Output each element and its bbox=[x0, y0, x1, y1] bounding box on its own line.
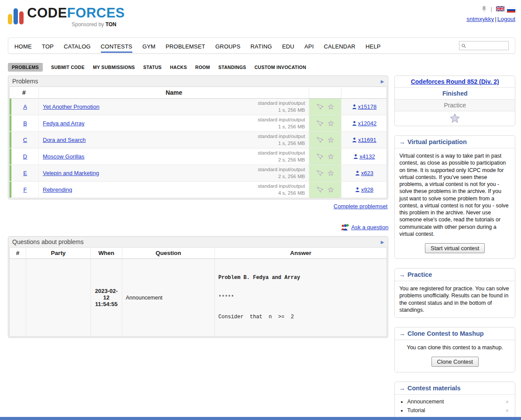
question-row: 2023-02-12 11:54:55 Announcement Problem… bbox=[10, 259, 387, 337]
contest-mode: Practice bbox=[395, 100, 515, 111]
search-input[interactable] bbox=[468, 43, 506, 49]
expand-arrow-icon[interactable]: ▶ bbox=[381, 79, 384, 84]
solved-count-link[interactable]: x11691 bbox=[358, 137, 376, 143]
problem-limits: standard input/output2 s, 256 MB bbox=[258, 166, 305, 180]
subnav-status[interactable]: STATUS bbox=[143, 65, 162, 70]
solved-count-link[interactable]: x928 bbox=[361, 186, 373, 193]
problem-index-link[interactable]: F bbox=[24, 186, 27, 193]
notifications-bell-icon[interactable] bbox=[481, 6, 487, 12]
submit-plane-icon[interactable] bbox=[317, 103, 324, 110]
page: CODEFORCES Sponsored by TON | bbox=[0, 0, 521, 420]
close-icon[interactable]: × bbox=[505, 399, 509, 405]
header-user-area: | bbox=[466, 3, 515, 22]
caption-arrow-icon: → bbox=[399, 330, 405, 337]
nav-item-top[interactable]: TOP bbox=[42, 39, 54, 53]
favorite-star-icon[interactable] bbox=[328, 120, 334, 127]
nav-item-catalog[interactable]: CATALOG bbox=[64, 39, 91, 53]
favorite-contest-star-icon[interactable] bbox=[449, 113, 460, 124]
clone-contest-button[interactable]: Clone Contest bbox=[431, 357, 479, 367]
solved-count-link[interactable]: x623 bbox=[361, 170, 373, 176]
problems-table-container: Problems ▶ # Name A Yet Another Prom bbox=[8, 76, 388, 200]
solved-count-link[interactable]: x12042 bbox=[358, 120, 377, 127]
favorite-star-icon[interactable] bbox=[328, 137, 334, 143]
practice-box: →Practice You are registered for practic… bbox=[394, 268, 515, 318]
contest-sub-nav: PROBLEMS SUBMIT CODE MY SUBMISSIONS STAT… bbox=[8, 63, 515, 72]
problem-name-link[interactable]: Moscow Gorillas bbox=[43, 153, 84, 160]
questions-header-row: # Party When Question Answer bbox=[10, 248, 387, 259]
nav-item-groups[interactable]: GROUPS bbox=[215, 39, 241, 53]
problem-index-link[interactable]: B bbox=[23, 120, 27, 127]
problem-name-link[interactable]: Velepin and Marketing bbox=[43, 170, 99, 176]
virtual-participation-text: Virtual contest is a way to take part in… bbox=[395, 148, 515, 241]
main-nav: HOME TOP CATALOG CONTESTS GYM PROBLEMSET… bbox=[8, 38, 515, 54]
nav-item-rating[interactable]: RATING bbox=[251, 39, 272, 53]
col-header-question: Question bbox=[122, 248, 215, 259]
problem-name-link[interactable]: Yet Another Promotion bbox=[43, 103, 100, 110]
problem-name-link[interactable]: Rebrending bbox=[43, 186, 72, 193]
nav-item-problemset[interactable]: PROBLEMSET bbox=[166, 39, 205, 53]
nav-item-gym[interactable]: GYM bbox=[142, 39, 155, 53]
favorite-star-icon[interactable] bbox=[328, 170, 334, 176]
questions-table-container: Questions about problems ▶ # Party When … bbox=[8, 236, 388, 338]
start-virtual-contest-button[interactable]: Start virtual contest bbox=[425, 243, 485, 253]
username-link[interactable]: sntmxykky bbox=[466, 16, 494, 22]
list-item: × Tutorial bbox=[407, 407, 515, 413]
nav-item-home[interactable]: HOME bbox=[14, 39, 32, 53]
logout-link[interactable]: Logout bbox=[497, 16, 515, 22]
submit-plane-icon[interactable] bbox=[317, 153, 324, 160]
answer-line: Problem B. Fedya and Array bbox=[218, 275, 383, 281]
subnav-hacks[interactable]: HACKS bbox=[170, 65, 187, 70]
table-row: A Yet Another Promotion standard input/o… bbox=[10, 99, 387, 115]
nav-item-contests[interactable]: CONTESTS bbox=[101, 39, 132, 53]
submit-plane-icon[interactable] bbox=[317, 120, 324, 127]
favorite-star-icon[interactable] bbox=[328, 103, 334, 110]
questions-table: # Party When Question Answer 2023-02-12 … bbox=[9, 247, 387, 337]
search-box bbox=[459, 41, 509, 50]
subnav-my-submissions[interactable]: MY SUBMISSIONS bbox=[93, 65, 135, 70]
favorite-star-icon[interactable] bbox=[328, 186, 334, 193]
solved-count-link[interactable]: x15178 bbox=[358, 103, 377, 110]
subnav-custom-invocation[interactable]: CUSTOM INVOCATION bbox=[255, 65, 306, 70]
problem-name-link[interactable]: Fedya and Array bbox=[43, 120, 84, 127]
lang-russian-flag-icon[interactable] bbox=[507, 7, 515, 13]
problems-header-row: # Name bbox=[10, 87, 387, 99]
subnav-room[interactable]: ROOM bbox=[195, 65, 210, 70]
problem-index-link[interactable]: D bbox=[23, 153, 27, 160]
solved-count-link[interactable]: x4132 bbox=[359, 153, 375, 160]
lang-english-flag-icon[interactable] bbox=[496, 6, 504, 11]
codeforces-logo[interactable]: CODEFORCES Sponsored by TON bbox=[8, 3, 125, 28]
sponsored-by-line: Sponsored by TON bbox=[72, 21, 125, 28]
ask-question-link[interactable]: Ask a question bbox=[351, 224, 388, 231]
ask-question-icon bbox=[341, 224, 349, 231]
contest-status: Finished bbox=[395, 88, 515, 100]
nav-item-help[interactable]: HELP bbox=[366, 39, 381, 53]
problem-index-link[interactable]: A bbox=[23, 103, 27, 110]
solved-person-icon bbox=[353, 153, 359, 160]
expand-arrow-icon[interactable]: ▶ bbox=[381, 240, 384, 244]
contest-title-link[interactable]: Codeforces Round 852 (Div. 2) bbox=[411, 78, 499, 85]
nav-item-edu[interactable]: EDU bbox=[282, 39, 294, 53]
favorite-star-icon[interactable] bbox=[328, 153, 334, 160]
close-icon[interactable]: × bbox=[505, 407, 509, 414]
logo-text: CODEFORCES Sponsored by TON bbox=[27, 6, 125, 28]
nav-item-api[interactable]: API bbox=[304, 39, 314, 53]
subnav-submit-code[interactable]: SUBMIT CODE bbox=[51, 65, 85, 70]
submit-plane-icon[interactable] bbox=[317, 170, 324, 177]
complete-problemset-link[interactable]: Complete problemset bbox=[334, 203, 388, 210]
contest-materials-title: Contest materials bbox=[407, 385, 461, 392]
submit-plane-icon[interactable] bbox=[317, 186, 324, 193]
problem-index-link[interactable]: E bbox=[23, 170, 27, 176]
table-row: D Moscow Gorillas standard input/output2… bbox=[10, 148, 387, 165]
table-row: E Velepin and Marketing standard input/o… bbox=[10, 165, 387, 182]
practice-text: You are registered for practice. You can… bbox=[395, 281, 515, 317]
subnav-standings[interactable]: STANDINGS bbox=[218, 65, 246, 70]
subnav-problems[interactable]: PROBLEMS bbox=[8, 63, 43, 72]
problem-name-link[interactable]: Dora and Search bbox=[43, 137, 86, 143]
material-announcement-label[interactable]: Announcement bbox=[407, 399, 444, 405]
problem-limits: standard input/output4 s, 256 MB bbox=[258, 183, 305, 196]
nav-item-calendar[interactable]: CALENDAR bbox=[324, 39, 355, 53]
submit-plane-icon[interactable] bbox=[317, 137, 324, 144]
material-tutorial-label[interactable]: Tutorial bbox=[407, 407, 425, 413]
problem-index-link[interactable]: C bbox=[23, 137, 27, 143]
col-header-index: # bbox=[10, 87, 39, 99]
